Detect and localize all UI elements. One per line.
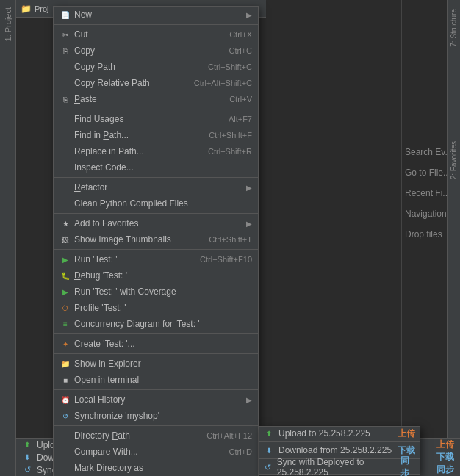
project-header-title: Proj: [35, 4, 49, 13]
menu-item-find-in-path[interactable]: Find in Path... Ctrl+Shift+F: [54, 127, 258, 143]
replace-in-path-icon: [60, 145, 71, 157]
menu-item-copy-relative-path[interactable]: Copy Relative Path Ctrl+Alt+Shift+C: [54, 75, 258, 91]
separator-8: [54, 389, 258, 390]
terminal-icon: ■: [60, 374, 71, 386]
menu-label-profile-test: Profile 'Test: ': [74, 303, 252, 313]
menu-item-open-terminal[interactable]: ■ Open in terminal: [54, 372, 258, 388]
menu-label-directory-path: Directory Path: [74, 430, 192, 441]
menu-item-directory-path[interactable]: Directory Path Ctrl+Alt+F12: [54, 428, 258, 444]
menu-item-local-history[interactable]: ⏰ Local History ▶: [54, 392, 258, 408]
menu-item-debug-test[interactable]: 🐛 Debug 'Test: ': [54, 267, 258, 284]
menu-item-inspect-code[interactable]: Inspect Code...: [54, 159, 258, 176]
directory-path-icon: [60, 430, 71, 441]
bottom-download-icon: ⬇: [22, 452, 32, 463]
menu-label-debug-test: Debug 'Test: ': [74, 270, 252, 281]
project-tab-label[interactable]: 1: Project: [4, 7, 12, 41]
right-tabs: 7: Structure 2: Favorites: [447, 0, 460, 476]
menu-label-replace-in-path: Replace in Path...: [74, 146, 193, 156]
submenu-upload-row[interactable]: ⬆ Upload to 25.258.2.225 上传: [259, 427, 420, 440]
run-test-shortcut: Ctrl+Shift+F10: [200, 255, 252, 264]
menu-label-concurrency-diagram: Concurrency Diagram for 'Test: ': [74, 319, 252, 329]
copy-path-shortcut: Ctrl+Shift+C: [208, 62, 252, 71]
compare-with-icon: [60, 446, 71, 458]
menu-label-refactor: Refactor: [74, 182, 243, 192]
menu-item-copy[interactable]: ⎘ Copy Ctrl+C: [54, 43, 258, 59]
menu-item-new[interactable]: 📄 New ▶: [54, 7, 258, 23]
upload-icon: ⬆: [264, 428, 274, 439]
menu-item-refactor[interactable]: Refactor ▶: [54, 179, 258, 195]
bottom-download-action: 下载: [436, 451, 454, 464]
separator-4: [54, 213, 258, 214]
copy-relative-icon: [60, 77, 71, 89]
menu-label-inspect-code: Inspect Code...: [74, 162, 252, 173]
copy-path-icon: [60, 61, 71, 73]
paste-icon: ⎘: [60, 93, 71, 105]
menu-item-compare-with[interactable]: Compare With... Ctrl+D: [54, 444, 258, 460]
find-in-path-shortcut: Ctrl+Shift+F: [209, 131, 252, 140]
mark-directory-icon: [60, 462, 71, 474]
copy-icon: ⎘: [60, 45, 71, 57]
menu-item-cut[interactable]: ✂ Cut Ctrl+X: [54, 26, 258, 43]
menu-item-run-test[interactable]: ▶ Run 'Test: ' Ctrl+Shift+F10: [54, 251, 258, 267]
menu-item-clean-python[interactable]: Clean Python Compiled Files: [54, 195, 258, 212]
favorites-arrow: ▶: [246, 220, 252, 228]
submenu-separator-1: [259, 441, 420, 442]
menu-item-synchronize[interactable]: ↺ Synchronize 'myshop': [54, 408, 258, 424]
clean-python-icon: [60, 198, 71, 209]
concurrency-diagram-icon: ≡: [60, 318, 71, 330]
menu-item-add-favorites[interactable]: ★ Add to Favorites ▶: [54, 215, 258, 231]
find-usages-shortcut: Alt+F7: [229, 115, 252, 123]
thumbnails-shortcut: Ctrl+Shift+T: [209, 235, 252, 244]
menu-item-mark-directory[interactable]: Mark Directory as: [54, 460, 258, 476]
local-history-arrow: ▶: [246, 396, 252, 404]
new-icon: 📄: [60, 9, 71, 21]
menu-label-find-in-path: Find in Path...: [74, 130, 194, 140]
menu-label-cut: Cut: [74, 29, 215, 40]
menu-item-show-thumbnails[interactable]: 🖼 Show Image Thumbnails Ctrl+Shift+T: [54, 231, 258, 248]
menu-label-compare-with: Compare With...: [74, 447, 215, 457]
menu-label-copy: Copy: [74, 46, 215, 56]
bottom-sync-icon: ↺: [22, 465, 32, 475]
find-in-path-icon: [60, 129, 71, 141]
download-icon: ⬇: [264, 445, 274, 455]
context-menu: 📄 New ▶ ✂ Cut Ctrl+X ⎘ Copy Ctrl+C Copy …: [53, 6, 259, 476]
synchronize-icon: ↺: [60, 410, 71, 422]
favorites-icon: ★: [60, 217, 71, 229]
upload-text: Upload to 25.258.2.225: [278, 428, 370, 439]
separator-1: [54, 24, 258, 25]
profile-test-icon: ⏱: [60, 302, 71, 314]
submenu-download-row[interactable]: ⬇ Download from 25.258.2.225 下载: [259, 444, 420, 457]
download-text: Download from 25.258.2.225: [278, 445, 392, 455]
separator-6: [54, 333, 258, 334]
sync-action-label: 同步: [400, 455, 415, 476]
menu-label-run-test: Run 'Test: ': [74, 254, 185, 264]
submenu-sync-row[interactable]: ↺ Sync with Deployed to 25.258.2.225 同步: [259, 461, 420, 474]
menu-label-mark-directory: Mark Directory as: [74, 463, 252, 473]
separator-3: [54, 177, 258, 178]
thumbnails-icon: 🖼: [60, 234, 71, 245]
structure-tab[interactable]: 7: Structure: [448, 6, 459, 50]
directory-path-shortcut: Ctrl+Alt+F12: [206, 431, 252, 440]
bottom-upload-icon: ⬆: [22, 440, 32, 450]
menu-item-profile-test[interactable]: ⏱ Profile 'Test: ': [54, 300, 258, 316]
menu-item-show-in-explorer[interactable]: 📁 Show in Explorer: [54, 356, 258, 372]
separator-9: [54, 425, 258, 426]
menu-item-find-usages[interactable]: Find Usages Alt+F7: [54, 111, 258, 127]
menu-item-paste[interactable]: ⎘ Paste Ctrl+V: [54, 91, 258, 107]
cut-shortcut: Ctrl+X: [229, 30, 252, 39]
upload-action-label: 上传: [398, 428, 415, 440]
menu-item-run-with-coverage[interactable]: ▶ Run 'Test: ' with Coverage: [54, 284, 258, 300]
favorites-tab[interactable]: 2: Favorites: [448, 138, 459, 182]
sync-text: Sync with Deployed to 25.258.2.225: [277, 457, 396, 476]
refactor-arrow: ▶: [246, 184, 252, 192]
menu-label-synchronize: Synchronize 'myshop': [74, 411, 252, 421]
menu-label-find-usages: Find Usages: [74, 114, 214, 124]
menu-item-concurrency-diagram[interactable]: ≡ Concurrency Diagram for 'Test: ': [54, 316, 258, 332]
copy-shortcut: Ctrl+C: [229, 46, 252, 55]
menu-item-create-test[interactable]: ✦ Create 'Test: '...: [54, 336, 258, 352]
menu-item-replace-in-path[interactable]: Replace in Path... Ctrl+Shift+R: [54, 143, 258, 159]
menu-item-copy-path[interactable]: Copy Path Ctrl+Shift+C: [54, 59, 258, 75]
menu-label-show-thumbnails: Show Image Thumbnails: [74, 234, 194, 245]
deployment-submenu: ⬆ Upload to 25.258.2.225 上传 ⬇ Download f…: [259, 426, 420, 475]
menu-label-clean-python: Clean Python Compiled Files: [74, 198, 252, 209]
